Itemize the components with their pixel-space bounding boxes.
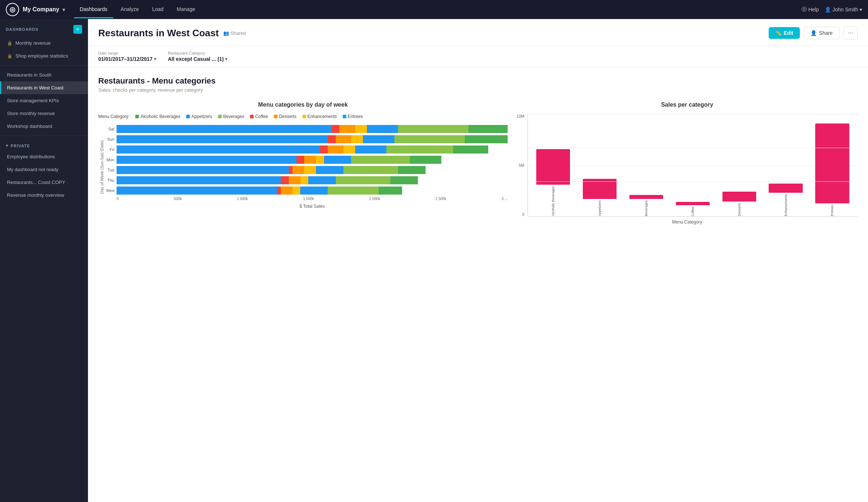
date-range-chevron-icon: ▾ <box>154 56 156 62</box>
more-options-button[interactable]: ··· <box>843 26 858 40</box>
legend-item: Coffee <box>250 114 268 119</box>
category-value[interactable]: All except Casual ... (1) ▾ <box>168 56 228 62</box>
bar-segment <box>367 125 398 133</box>
sidebar-item-store-management[interactable]: Store management KPIs <box>0 94 88 107</box>
bar-day-label: Tue <box>104 168 114 172</box>
bar-segment <box>336 176 390 184</box>
bar-segment <box>410 156 441 164</box>
left-chart-title: Menu categories by day of week <box>98 101 508 108</box>
bar-day-label: Mon <box>104 158 114 162</box>
horizontal-bars: SatSunFriMonTueThuWed <box>104 125 508 195</box>
edit-button[interactable]: ✏️ Edit <box>769 27 800 39</box>
brand-name: My Company <box>23 6 59 13</box>
vertical-bar <box>769 184 802 193</box>
bar-row: Thu <box>104 176 508 184</box>
filters-bar: Date range 01/01/2017–31/12/2017 ▾ Resta… <box>88 46 868 67</box>
bar-segment <box>355 125 367 133</box>
vertical-bar <box>676 202 710 205</box>
category-filter[interactable]: Restaurant Category All except Casual ..… <box>168 51 228 62</box>
dashboards-section-header: DASHBOARDS + <box>0 19 88 37</box>
bar-segment <box>328 145 343 154</box>
chart-inner: SatSunFriMonTueThuWed 0500k1 000k1 500k2… <box>104 125 508 209</box>
nav-tab-analyze[interactable]: Analyze <box>115 1 145 18</box>
date-range-filter[interactable]: Date range 01/01/2017–31/12/2017 ▾ <box>98 51 156 62</box>
bar-segment <box>386 145 453 154</box>
bar-row: Tue <box>104 166 508 174</box>
shared-badge: 👥 Shared <box>223 30 246 36</box>
bar-segment <box>117 156 297 164</box>
bar-segment <box>468 125 508 133</box>
bar-segment <box>301 176 308 184</box>
bar-track <box>117 135 508 143</box>
lock-icon: 🔒 <box>7 41 12 46</box>
sidebar-item-my-dashboard[interactable]: My dashboard not ready <box>0 163 88 176</box>
sidebar-item-restaurants-west-coast[interactable]: Restaurants in West Coast <box>0 81 88 94</box>
legend-item: Enhancements <box>302 114 337 119</box>
bar-segment <box>281 187 293 195</box>
left-chart-container: Menu categories by day of week Menu Cate… <box>98 101 508 225</box>
nav-tab-load[interactable]: Load <box>146 1 169 18</box>
bar-segment <box>453 145 488 154</box>
vertical-bar-col: Appetizers <box>577 114 622 216</box>
sidebar-item-employee-distributions[interactable]: Employee distributions <box>0 150 88 163</box>
sidebar-item-workshop[interactable]: Workshop dashboard <box>0 120 88 133</box>
user-menu[interactable]: 👤 John Smith ▾ <box>825 7 862 12</box>
sidebar-item-monthly-revenue[interactable]: 🔒 Monthly revenue <box>0 37 88 49</box>
charts-row: Menu categories by day of week Menu Cate… <box>98 101 858 225</box>
sidebar-item-restaurants-coast-copy[interactable]: Restaurants... Coast COPY <box>0 176 88 189</box>
chart-legend: Menu Category: Alcoholic BeveragesAppeti… <box>98 114 508 119</box>
vertical-bar <box>536 149 570 185</box>
bar-segment <box>355 145 386 154</box>
bar-segment <box>289 166 293 174</box>
legend-item: Entrees <box>343 114 363 119</box>
user-icon: 👤 <box>825 7 831 12</box>
bar-track <box>117 166 508 174</box>
bar-category-label: Beverages <box>644 200 648 216</box>
sidebar-item-revenue-monthly[interactable]: Revenue monthly overview <box>0 189 88 202</box>
legend-item: Appetizers <box>186 114 212 119</box>
date-range-value[interactable]: 01/01/2017–31/12/2017 ▾ <box>98 56 156 62</box>
page-title: Restaurants in West Coast <box>98 27 219 39</box>
private-section-header[interactable]: ▾ PRIVATE <box>0 139 88 150</box>
right-y-axis: 10M5M0 <box>516 114 527 217</box>
lock-icon: 🔒 <box>7 53 12 59</box>
vertical-bar <box>583 179 617 199</box>
vertical-bar <box>722 192 756 202</box>
nav-tab-dashboards[interactable]: Dashboards <box>74 1 114 18</box>
sidebar-item-restaurants-south[interactable]: Restaurants in South <box>0 69 88 81</box>
sidebar-item-store-monthly[interactable]: Store monthly revenue <box>0 107 88 120</box>
main-content: Restaurants in West Coast 👥 Shared ✏️ Ed… <box>88 19 868 502</box>
bar-row: Fri <box>104 145 508 154</box>
right-chart-wrapper: Alcoholic BeveragesAppetizersBeveragesCo… <box>527 114 858 217</box>
brand-chevron-icon[interactable]: ▾ <box>62 6 65 13</box>
right-chart-area: 10M5M0 Alcoholic BeveragesAppetizersBeve… <box>516 114 858 217</box>
x-tick: 3 ... <box>501 197 508 201</box>
bar-track <box>117 125 508 133</box>
share-button[interactable]: 👤 Share <box>803 27 839 39</box>
vertical-bar <box>815 123 849 203</box>
right-x-axis-label: Menu Category <box>516 219 858 225</box>
bar-segment <box>304 156 316 164</box>
chart-section-title: Restaurants - Menu categories <box>98 76 858 86</box>
help-icon: ⓪ <box>802 6 807 13</box>
vertical-bar-col: Entrees <box>810 114 855 216</box>
help-button[interactable]: ⓪ Help <box>802 6 819 13</box>
bar-segment <box>293 187 300 195</box>
user-chevron-icon: ▾ <box>860 7 862 12</box>
bar-segment <box>398 125 468 133</box>
add-dashboard-button[interactable]: + <box>73 25 82 34</box>
nav-tab-manage[interactable]: Manage <box>171 1 201 18</box>
vertical-bar-col: Beverages <box>624 114 669 216</box>
bar-track <box>117 176 508 184</box>
brand-logo: ◎ <box>6 3 19 16</box>
bar-segment <box>304 166 316 174</box>
bar-segment <box>289 176 301 184</box>
bar-segment <box>379 187 402 195</box>
vertical-bar-col: Enhancements <box>763 114 808 216</box>
shared-icon: 👥 <box>223 30 229 36</box>
bar-segment <box>300 187 328 195</box>
bar-segment <box>332 125 339 133</box>
sidebar-item-shop-employee[interactable]: 🔒 Shop employee statistics <box>0 49 88 62</box>
vertical-bar <box>629 195 663 199</box>
bar-category-label: Alcoholic Beverages <box>551 186 555 216</box>
